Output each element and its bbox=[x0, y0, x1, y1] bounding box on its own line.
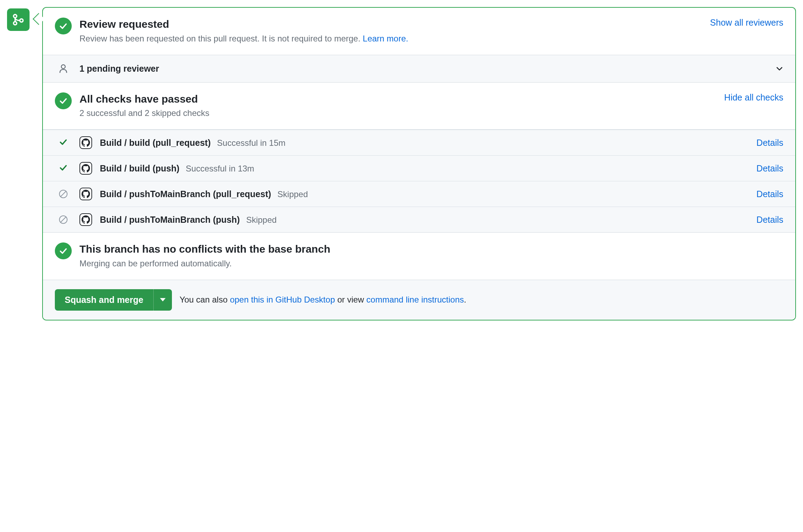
review-title: Review requested bbox=[79, 18, 702, 31]
check-result: Skipped bbox=[277, 189, 308, 199]
squash-and-merge-button[interactable]: Squash and merge bbox=[55, 289, 153, 311]
merge-button-group: Squash and merge bbox=[55, 289, 172, 311]
status-success-icon bbox=[55, 92, 72, 109]
github-avatar-icon bbox=[79, 162, 92, 175]
github-avatar-icon bbox=[79, 136, 92, 149]
status-success-icon bbox=[55, 18, 72, 34]
check-name: Build / build (push) bbox=[100, 163, 179, 174]
caret-down-icon bbox=[160, 298, 166, 301]
svg-marker-4 bbox=[160, 298, 166, 301]
merge-options-caret[interactable] bbox=[153, 289, 172, 311]
git-merge-icon bbox=[12, 13, 25, 26]
svg-point-1 bbox=[14, 22, 17, 25]
check-result: Successful in 15m bbox=[217, 138, 285, 148]
chevron-down-icon bbox=[776, 65, 783, 72]
check-name: Build / pushToMainBranch (pull_request) bbox=[100, 189, 271, 199]
person-icon bbox=[55, 64, 72, 73]
review-section: Review requested Review has been request… bbox=[43, 8, 795, 55]
svg-point-3 bbox=[61, 65, 65, 69]
check-details-link[interactable]: Details bbox=[757, 138, 783, 148]
conflicts-title: This branch has no conflicts with the ba… bbox=[79, 242, 783, 256]
checks-section: All checks have passed 2 successful and … bbox=[43, 83, 795, 130]
check-row: Build / build (pull_request)Successful i… bbox=[43, 130, 795, 155]
check-details-link[interactable]: Details bbox=[757, 215, 783, 225]
merge-status-box: Review requested Review has been request… bbox=[42, 7, 796, 320]
check-pass-icon bbox=[55, 137, 72, 148]
conflicts-subtitle: Merging can be performed automatically. bbox=[79, 257, 783, 270]
svg-point-2 bbox=[20, 19, 23, 22]
check-skip-icon bbox=[55, 215, 72, 224]
check-result: Successful in 13m bbox=[186, 164, 254, 174]
footer-text: You can also open this in GitHub Desktop… bbox=[180, 295, 467, 305]
pending-reviewers-row[interactable]: 1 pending reviewer bbox=[43, 55, 795, 83]
check-row: Build / build (push)Successful in 13mDet… bbox=[43, 155, 795, 181]
git-merge-badge bbox=[7, 8, 30, 31]
review-subtitle: Review has been requested on this pull r… bbox=[79, 32, 702, 45]
github-avatar-icon bbox=[79, 213, 92, 226]
check-row: Build / pushToMainBranch (pull_request)S… bbox=[43, 181, 795, 207]
check-skip-icon bbox=[55, 190, 72, 198]
merge-footer: Squash and merge You can also open this … bbox=[43, 280, 795, 320]
check-result: Skipped bbox=[246, 215, 277, 225]
check-name: Build / pushToMainBranch (push) bbox=[100, 215, 240, 225]
hide-all-checks-link[interactable]: Hide all checks bbox=[724, 92, 783, 102]
command-line-link[interactable]: command line instructions bbox=[366, 295, 464, 304]
check-details-link[interactable]: Details bbox=[757, 163, 783, 174]
checks-title: All checks have passed bbox=[79, 92, 717, 106]
checks-list: Build / build (pull_request)Successful i… bbox=[43, 129, 795, 232]
status-success-icon bbox=[55, 242, 72, 259]
check-name: Build / build (pull_request) bbox=[100, 138, 211, 148]
learn-more-link[interactable]: Learn more. bbox=[363, 34, 408, 43]
conflicts-section: This branch has no conflicts with the ba… bbox=[43, 232, 795, 280]
check-pass-icon bbox=[55, 163, 72, 174]
checks-subtitle: 2 successful and 2 skipped checks bbox=[79, 107, 717, 119]
svg-point-0 bbox=[14, 14, 17, 18]
github-avatar-icon bbox=[79, 188, 92, 200]
pending-reviewer-label: 1 pending reviewer bbox=[79, 64, 768, 74]
check-details-link[interactable]: Details bbox=[757, 189, 783, 199]
check-row: Build / pushToMainBranch (push)SkippedDe… bbox=[43, 207, 795, 232]
open-in-desktop-link[interactable]: open this in GitHub Desktop bbox=[230, 295, 335, 304]
show-all-reviewers-link[interactable]: Show all reviewers bbox=[710, 18, 783, 27]
